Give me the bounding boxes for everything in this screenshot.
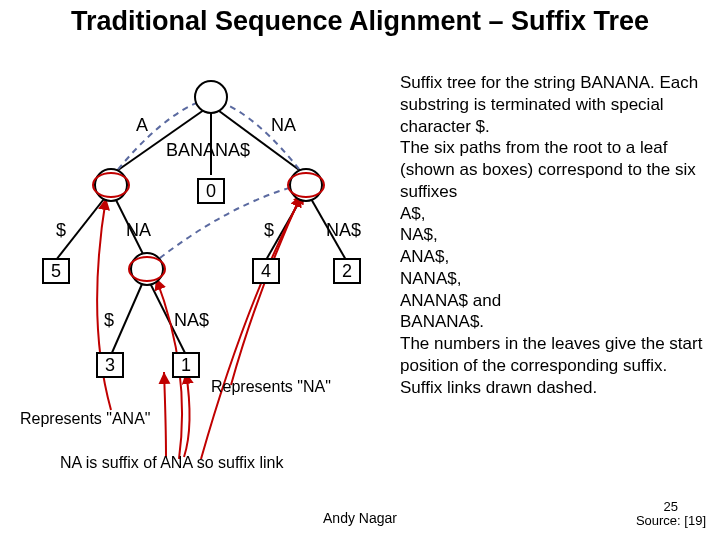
ann-represents-ana: Represents "ANA" [20,410,151,428]
edge-na-dollar: $ [264,220,274,241]
edge-na: NA [271,115,296,136]
node-ana [130,252,164,286]
suffix-1: A$, [400,204,426,223]
desc-p4: Suffix links drawn dashed. [400,378,597,397]
leaf-5: 5 [42,258,70,284]
suffix-2: NA$, [400,225,438,244]
suffix-3: ANA$, [400,247,449,266]
edge-a-na: NA [126,220,151,241]
node-na [289,168,323,202]
leaf-3: 3 [96,352,124,378]
page-title: Traditional Sequence Alignment – Suffix … [0,6,720,37]
desc-p1: Suffix tree for the string BANANA. Each … [400,73,698,136]
root-node [194,80,228,114]
svg-line-7 [111,275,146,355]
edge-a: A [136,115,148,136]
suffix-4: NANA$, [400,269,461,288]
leaf-0: 0 [197,178,225,204]
desc-p2: The six paths from the root to a leaf (s… [400,138,696,201]
leaf-4: 4 [252,258,280,284]
edge-ana-dollar: $ [104,310,114,331]
footer-author: Andy Nagar [0,510,720,526]
suffix-6: BANANA$. [400,312,484,331]
leaf-1: 1 [172,352,200,378]
ann-represents-na: Represents "NA" [211,378,331,396]
edge-a-dollar: $ [56,220,66,241]
suffix-5: ANANA$ and [400,291,501,310]
suffix-tree-diagram: 0 5 4 2 3 1 A BANANA$ NA $ NA $ NA$ $ NA… [16,60,396,480]
edge-na-na: NA$ [326,220,361,241]
slide: Traditional Sequence Alignment – Suffix … [0,0,720,540]
desc-p3: The numbers in the leaves give the start… [400,334,702,375]
edge-ana-na: NA$ [174,310,209,331]
leaf-2: 2 [333,258,361,284]
node-a [94,168,128,202]
description-text: Suffix tree for the string BANANA. Each … [400,72,705,398]
edge-banana: BANANA$ [166,140,250,161]
page-number: 25 [664,499,678,514]
footer-source: Source: [19] [636,513,706,528]
ann-suffix-link: NA is suffix of ANA so suffix link [60,454,284,472]
